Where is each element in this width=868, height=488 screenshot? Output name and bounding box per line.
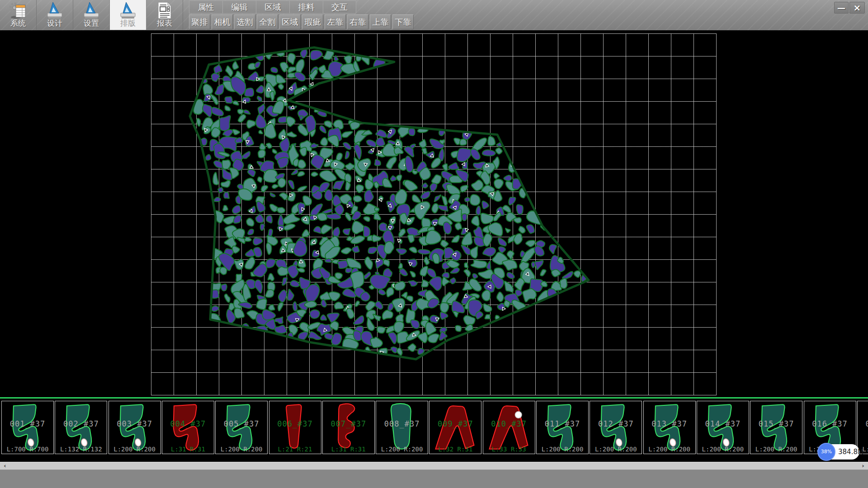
part-lr-count: L:33 R:33 [483,446,535,453]
part-title: 008_#37 [376,419,428,428]
part-lr-count: L:132 R:132 [55,446,107,453]
system-gear-icon [0,1,36,20]
part-thumbnail-009_#37[interactable]: 009_#37L:32 R:31 [429,401,481,454]
scroll-left-icon[interactable]: ‹ [1,462,9,470]
part-lr-count: L:200 R:200 [109,446,160,453]
nesting-canvas[interactable] [0,30,868,397]
part-lr-count: L:200 R:200 [697,446,749,453]
minimize-button[interactable]: — [834,2,849,14]
tab-区域[interactable]: 区域 [256,0,289,14]
parts-strip: 001_#37L:700 R:700002_#37L:132 R:132003_… [0,397,868,462]
part-title: 013_#37 [644,419,695,428]
toolbar-button-label: 设置 [73,19,109,27]
toolbar-button-label: 设计 [37,19,73,27]
part-title: 005_#37 [216,419,267,428]
toolbar-button-label: 报表 [146,19,183,27]
scroll-right-icon[interactable]: › [859,462,867,470]
toolbar-button-label: 排版 [110,19,146,27]
tab-交互[interactable]: 交互 [323,0,356,14]
part-thumbnail-005_#37[interactable]: 005_#37L:200 R:200 [215,401,268,454]
set-square-icon [37,1,73,20]
action-button-聚排[interactable]: 聚排 [189,14,210,29]
part-thumbnail-003_#37[interactable]: 003_#37L:200 R:200 [108,401,161,454]
report-doc-icon [146,1,183,20]
action-button-全割[interactable]: 全割 [257,14,278,29]
part-thumbnail-008_#37[interactable]: 008_#37L:200 R:200 [376,401,428,454]
part-thumbnail-015_#37[interactable]: 015_#37L:200 R:200 [750,401,802,454]
set-square-icon [73,1,109,20]
action-buttons: 聚排相机选割全割区域瑕疵左靠右靠上靠下靠 [189,14,414,30]
action-button-上靠[interactable]: 上靠 [370,14,391,29]
part-thumbnail-002_#37[interactable]: 002_#37L:132 R:132 [55,401,107,454]
leather-hide-nest [0,30,868,397]
action-button-瑕疵[interactable]: 瑕疵 [302,14,323,29]
part-title: 009_#37 [429,419,481,428]
menu-tabs: 属性编辑区域排料交互 [189,0,356,14]
part-thumbnail-010_#37[interactable]: 010_#37L:33 R:33 [483,401,535,454]
part-thumbnail-001_#37[interactable]: 001_#37L:700 R:700 [1,401,54,454]
close-button[interactable]: × [849,2,865,14]
part-title: 017_#37 [858,419,868,428]
part-title: 004_#37 [162,419,214,428]
part-lr-count: L:200 R:200 [750,446,802,453]
part-title: 007_#37 [323,419,374,428]
part-lr-count: L:200 R:200 [376,446,428,453]
part-thumbnail-011_#37[interactable]: 011_#37L:200 R:200 [536,401,589,454]
progress-percent-badge: 38% [817,443,835,461]
part-title: 011_#37 [537,419,588,428]
progress-indicator: 38% 384.8M [819,444,859,460]
part-lr-count: L:200 R:200 [590,446,642,453]
tab-编辑[interactable]: 编辑 [222,0,256,14]
action-button-左靠[interactable]: 左靠 [325,14,346,29]
part-title: 010_#37 [483,419,535,428]
part-thumbnail-007_#37[interactable]: 007_#37L:31 R:31 [322,401,375,454]
tab-属性[interactable]: 属性 [189,0,222,14]
toolbar-button-系统[interactable]: 系统 [0,0,37,30]
bottom-bar [0,469,868,488]
part-lr-count: L:200 R:200 [644,446,695,453]
set-square-icon [110,1,146,20]
part-title: 016_#37 [804,419,856,428]
part-title: 015_#37 [750,419,802,428]
part-lr-count: L:31 R:31 [323,446,374,453]
toolbar-button-设计[interactable]: 设计 [37,0,73,30]
action-button-选割[interactable]: 选割 [234,14,255,29]
toolbar-button-报表[interactable]: 报表 [146,0,183,30]
part-lr-count: L:31 R:31 [162,446,214,453]
part-title: 003_#37 [109,419,160,428]
toolbar-button-设置[interactable]: 设置 [73,0,110,30]
part-lr-count: L:700 R:700 [2,446,53,453]
toolbar-button-label: 系统 [0,19,36,27]
part-title: 012_#37 [590,419,642,428]
part-thumbnail-014_#37[interactable]: 014_#37L:200 R:200 [697,401,749,454]
part-title: 006_#37 [269,419,321,428]
part-lr-count: L:200 R:200 [216,446,267,453]
action-button-右靠[interactable]: 右靠 [347,14,368,29]
action-button-区域[interactable]: 区域 [279,14,301,29]
part-lr-count: L:32 R:31 [429,446,481,453]
memory-usage: 384.8M [838,444,863,460]
part-lr-count: L:200 R:200 [537,446,588,453]
tab-排料[interactable]: 排料 [289,0,323,14]
horizontal-scrollbar[interactable]: ‹ › [0,462,868,469]
action-button-下靠[interactable]: 下靠 [392,14,414,29]
part-title: 014_#37 [697,419,749,428]
action-button-相机[interactable]: 相机 [212,14,233,29]
part-title: 002_#37 [55,419,107,428]
toolbar-button-排版[interactable]: 排版 [110,0,146,30]
part-lr-count: L:21 R:21 [269,446,321,453]
part-thumbnail-004_#37[interactable]: 004_#37L:31 R:31 [162,401,214,454]
main-toolbar: 系统设计设置排版报表 属性编辑区域排料交互 聚排相机选割全割区域瑕疵左靠右靠上靠… [0,0,868,30]
part-title: 001_#37 [2,419,53,428]
part-thumbnail-013_#37[interactable]: 013_#37L:200 R:200 [643,401,696,454]
part-thumbnail-012_#37[interactable]: 012_#37L:200 R:200 [590,401,642,454]
part-thumbnail-006_#37[interactable]: 006_#37L:21 R:21 [269,401,321,454]
